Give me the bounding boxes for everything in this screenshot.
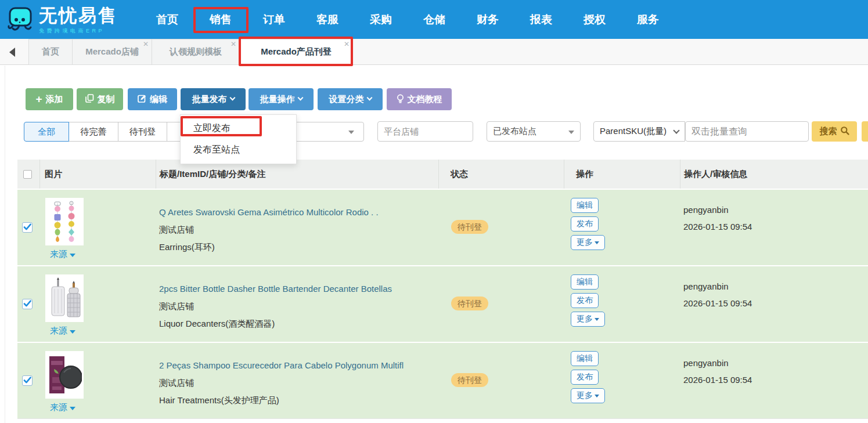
doc-tutorial-button[interactable]: 文档教程 [387, 88, 452, 110]
close-icon[interactable]: ✕ [143, 41, 149, 48]
product-thumbnail-earrings[interactable] [45, 198, 84, 245]
tab-mercado-product-listing[interactable]: Mercado产品刊登 ✕ [239, 39, 353, 65]
product-title: Q Aretes Swarovski Gema Asimétrico Multi… [159, 204, 438, 221]
nav-item-home[interactable]: 首页 [141, 12, 194, 27]
top-nav: 无忧易售 免费跨境电商ERP 首页 销售 订单 客服 采购 仓储 财务 报表 授… [0, 0, 868, 39]
add-button[interactable]: + 添加 [26, 88, 73, 110]
nav-item-purchasing[interactable]: 采购 [354, 12, 408, 27]
source-link[interactable]: 来源 [50, 249, 85, 260]
search-field-type-select[interactable]: ParentSKU(批量) [593, 121, 685, 142]
product-shop: 测试店铺 [159, 298, 438, 315]
row-edit-button[interactable]: 编辑 [571, 198, 599, 213]
source-link[interactable]: 来源 [50, 326, 85, 337]
product-thumbnail-shampoo[interactable] [45, 351, 84, 399]
product-shop: 测试店铺 [159, 374, 438, 392]
filter-tab-to-improve[interactable]: 待完善 [69, 122, 118, 142]
header-status: 状态 [438, 160, 564, 189]
row-more-button[interactable]: 更多 [571, 312, 605, 327]
published-site-select[interactable]: 已发布站点 [487, 121, 581, 142]
row-publish-button[interactable]: 发布 [571, 216, 599, 232]
nav-item-orders[interactable]: 订单 [247, 12, 301, 27]
brand-title: 无忧易售 [39, 6, 118, 26]
caret-down-icon [595, 318, 599, 321]
product-title: 2pcs Bitter Bottle Dasher Bottle Bartend… [159, 280, 438, 298]
copy-button[interactable]: 复制 [77, 88, 123, 110]
filter-tab-to-publish[interactable]: 待刊登 [118, 122, 167, 142]
table-bottom-divider [17, 418, 868, 419]
operation-time: 2026-01-15 09:54 [683, 218, 868, 235]
search-icon [840, 126, 849, 137]
select-all-checkbox[interactable] [23, 170, 32, 179]
brand[interactable]: 无忧易售 免费跨境电商ERP [7, 6, 118, 35]
nav-item-finance[interactable]: 财务 [461, 12, 514, 27]
operator-name: pengyanbin [683, 278, 868, 295]
nav-item-services[interactable]: 服务 [621, 12, 675, 27]
product-category: Earrings(耳环) [159, 238, 438, 256]
status-badge: 待刊登 [451, 220, 488, 234]
status-badge: 待刊登 [451, 297, 488, 310]
nav-item-reports[interactable]: 报表 [514, 12, 568, 27]
tab-scroll-left-icon[interactable] [9, 48, 15, 57]
nav-item-customer-service[interactable]: 客服 [301, 12, 354, 27]
batch-publish-button[interactable]: 批量发布 [181, 88, 246, 110]
platform-shop-input[interactable] [377, 121, 473, 142]
operation-time: 2026-01-15 09:54 [683, 295, 868, 312]
nav-item-sales[interactable]: 销售 [194, 12, 247, 27]
operation-time: 2026-01-15 09:54 [683, 371, 868, 388]
row-more-button[interactable]: 更多 [571, 235, 605, 250]
nav-item-authorization[interactable]: 授权 [568, 12, 621, 27]
table-row: 来源 2 Peças Shampoo Escurecedor Para Cabe… [17, 343, 868, 418]
filter-tab-all[interactable]: 全部 [24, 122, 69, 142]
tab-mercado-shop[interactable]: Mercado店铺 ✕ [72, 39, 152, 65]
row-checkbox-checked[interactable] [22, 375, 33, 386]
page-left-border [5, 66, 5, 423]
caret-down-icon [70, 254, 75, 257]
product-shop: 测试店铺 [159, 221, 438, 238]
caret-down-icon [595, 241, 599, 244]
row-publish-button[interactable]: 发布 [571, 370, 599, 385]
product-title: 2 Peças Shampoo Escurecedor Para Cabelo … [159, 357, 438, 374]
batch-query-input[interactable] [685, 121, 809, 142]
product-category: Liquor Decanters(酒类醒酒器) [159, 315, 438, 332]
table-body: 来源 Q Aretes Swarovski Gema Asimétrico Mu… [17, 190, 868, 420]
brand-subtitle: 免费跨境电商ERP [39, 27, 118, 35]
nav-item-warehouse[interactable]: 仓储 [408, 12, 461, 27]
tab-claim-rule-template[interactable]: 认领规则模板 ✕ [152, 39, 240, 65]
edit-icon [138, 94, 146, 104]
header-actions: 操作 [564, 160, 680, 189]
octopus-logo-icon [7, 6, 34, 34]
row-checkbox-checked[interactable] [22, 299, 33, 309]
menu-item-publish-now[interactable]: 立即发布 [181, 118, 296, 139]
tab-home[interactable]: 首页 [28, 39, 73, 65]
caret-down-icon [70, 330, 75, 334]
reset-button-partial[interactable] [862, 121, 868, 142]
chevron-down-icon [297, 95, 303, 101]
chevron-down-icon [673, 127, 679, 133]
chevron-down-icon [366, 95, 372, 101]
source-link[interactable]: 来源 [50, 402, 85, 413]
main-menu: 首页 销售 订单 客服 采购 仓储 财务 报表 授权 服务 [141, 0, 675, 39]
operator-name: pengyanbin [683, 201, 868, 218]
plus-icon: + [35, 93, 42, 104]
product-thumbnail-bottles[interactable] [45, 274, 84, 322]
header-operator-audit: 操作人/审核信息 [680, 160, 868, 189]
set-category-button[interactable]: 设置分类 [318, 88, 383, 110]
close-icon[interactable]: ✕ [230, 41, 236, 48]
row-edit-button[interactable]: 编辑 [571, 274, 599, 290]
menu-item-publish-to-site[interactable]: 发布至站点 [181, 139, 296, 161]
edit-button[interactable]: 编辑 [128, 88, 177, 110]
tab-bar: 首页 Mercado店铺 ✕ 认领规则模板 ✕ Mercado产品刊登 ✕ [0, 39, 868, 65]
close-icon[interactable]: ✕ [344, 41, 350, 48]
row-edit-button[interactable]: 编辑 [571, 351, 599, 366]
search-button[interactable]: 搜索 [812, 121, 857, 142]
batch-operate-button[interactable]: 批量操作 [248, 88, 314, 110]
copy-icon [85, 94, 94, 104]
row-publish-button[interactable]: 发布 [571, 293, 599, 308]
row-checkbox-checked[interactable] [22, 222, 33, 233]
table-row: 来源 2pcs Bitter Bottle Dasher Bottle Bart… [17, 266, 868, 342]
caret-down-icon [70, 407, 75, 410]
row-more-button[interactable]: 更多 [571, 388, 605, 403]
status-badge: 待刊登 [451, 373, 488, 387]
header-image: 图片 [39, 160, 156, 189]
caret-down-icon [568, 131, 574, 134]
